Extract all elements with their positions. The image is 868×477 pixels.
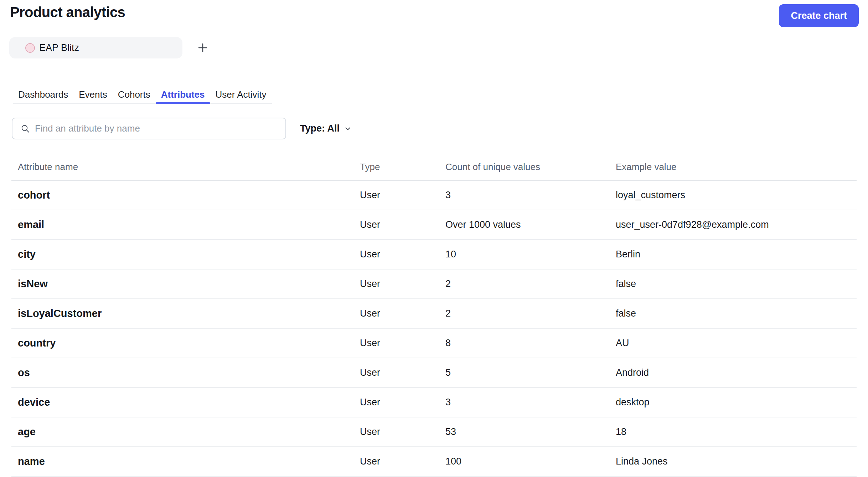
example-cell: Linda Jones <box>609 447 857 476</box>
count-cell: 2 <box>439 299 609 328</box>
type-cell: User <box>353 388 439 417</box>
count-cell: 53 <box>439 417 609 447</box>
count-cell: 10 <box>439 240 609 269</box>
type-filter-dropdown[interactable]: Type: All <box>300 123 352 134</box>
type-filter-label: Type: All <box>300 123 340 134</box>
column-header-type: Type <box>353 154 439 180</box>
attribute-name-cell: country <box>11 328 353 358</box>
tab-attributes[interactable]: Attributes <box>156 86 210 103</box>
type-cell: User <box>353 269 439 299</box>
example-cell: desktop <box>609 388 857 417</box>
search-box <box>12 118 286 139</box>
example-cell: Android <box>609 358 857 388</box>
type-cell: User <box>353 447 439 476</box>
page-title: Product analytics <box>9 4 125 20</box>
attributes-table-body: cohortUser3loyal_customersemailUserOver … <box>11 180 857 476</box>
count-cell: 3 <box>439 180 609 210</box>
example-cell: Berlin <box>609 240 857 269</box>
tab-cohorts[interactable]: Cohorts <box>113 86 156 103</box>
table-row[interactable]: isLoyalCustomerUser2false <box>11 299 857 328</box>
count-cell: 2 <box>439 269 609 299</box>
tab-bar: DashboardsEventsCohortsAttributesUser Ac… <box>13 86 272 104</box>
type-cell: User <box>353 328 439 358</box>
table-row[interactable]: cityUser10Berlin <box>11 240 857 269</box>
table-row[interactable]: ageUser5318 <box>11 417 857 447</box>
attributes-table: Attribute name Type Count of unique valu… <box>11 154 857 477</box>
count-cell: 5 <box>439 358 609 388</box>
count-cell: 100 <box>439 447 609 476</box>
attribute-name-cell: isNew <box>11 269 353 299</box>
count-cell: Over 1000 values <box>439 210 609 240</box>
attribute-name-cell: device <box>11 388 353 417</box>
project-chip-label: EAP Blitz <box>39 42 79 53</box>
type-cell: User <box>353 210 439 240</box>
chevron-down-icon <box>343 124 352 133</box>
type-cell: User <box>353 358 439 388</box>
create-chart-button[interactable]: Create chart <box>779 4 859 27</box>
type-cell: User <box>353 417 439 447</box>
type-cell: User <box>353 299 439 328</box>
table-row[interactable]: emailUserOver 1000 valuesuser_user-0d7df… <box>11 210 857 240</box>
attribute-name-cell: name <box>11 447 353 476</box>
type-cell: User <box>353 180 439 210</box>
project-chip[interactable]: EAP Blitz <box>9 37 182 58</box>
search-input[interactable] <box>35 123 278 134</box>
attribute-name-cell: email <box>11 210 353 240</box>
table-header-row: Attribute name Type Count of unique valu… <box>11 154 857 180</box>
column-header-example: Example value <box>609 154 857 180</box>
table-row[interactable]: osUser5Android <box>11 358 857 388</box>
filter-row: Type: All <box>12 118 859 139</box>
example-cell: loyal_customers <box>609 180 857 210</box>
column-header-count: Count of unique values <box>439 154 609 180</box>
attribute-name-cell: isLoyalCustomer <box>11 299 353 328</box>
table-row[interactable]: deviceUser3desktop <box>11 388 857 417</box>
table-row[interactable]: isNewUser2false <box>11 269 857 299</box>
example-cell: false <box>609 299 857 328</box>
attribute-name-cell: os <box>11 358 353 388</box>
page-header: Product analytics Create chart <box>9 0 859 33</box>
example-cell: user_user-0d7df928@example.com <box>609 210 857 240</box>
attribute-name-cell: city <box>11 240 353 269</box>
table-row[interactable]: countryUser8AU <box>11 328 857 358</box>
table-row[interactable]: cohortUser3loyal_customers <box>11 180 857 210</box>
project-chip-row: EAP Blitz <box>9 37 859 58</box>
plus-icon <box>197 42 208 53</box>
attribute-name-cell: cohort <box>11 180 353 210</box>
tab-dashboards[interactable]: Dashboards <box>13 86 73 103</box>
attribute-name-cell: age <box>11 417 353 447</box>
count-cell: 8 <box>439 328 609 358</box>
page: Product analytics Create chart EAP Blitz… <box>0 0 868 477</box>
example-cell: 18 <box>609 417 857 447</box>
add-project-button[interactable] <box>193 38 212 57</box>
example-cell: false <box>609 269 857 299</box>
tab-user-activity[interactable]: User Activity <box>210 86 272 103</box>
project-color-dot-icon <box>25 43 35 53</box>
type-cell: User <box>353 240 439 269</box>
table-row[interactable]: nameUser100Linda Jones <box>11 447 857 476</box>
count-cell: 3 <box>439 388 609 417</box>
example-cell: AU <box>609 328 857 358</box>
column-header-attribute-name: Attribute name <box>11 154 353 180</box>
search-icon <box>20 124 30 134</box>
tab-events[interactable]: Events <box>73 86 113 103</box>
